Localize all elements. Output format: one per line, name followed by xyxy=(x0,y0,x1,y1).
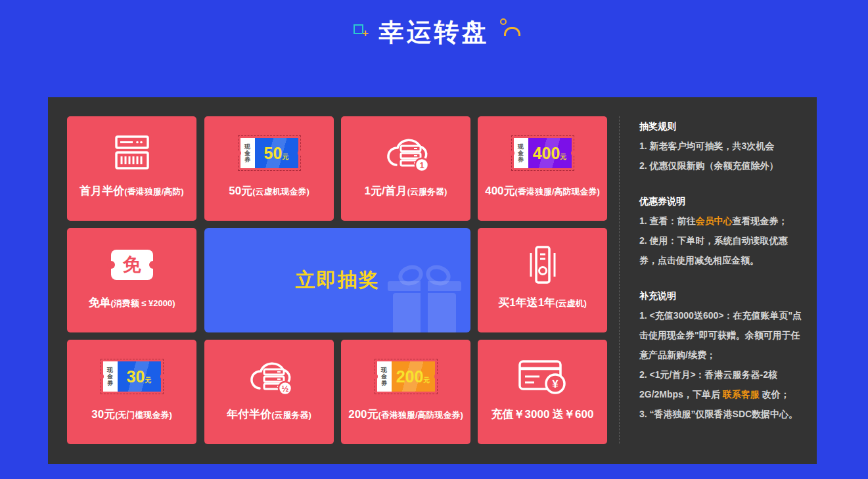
card-subtitle: (消费额 ≤ ¥2000) xyxy=(110,298,175,308)
draw-button[interactable]: 立即抽奖 xyxy=(204,228,470,332)
coupon-value: 50元 xyxy=(255,138,298,168)
coupon-icon: 现金券 400元 xyxy=(511,135,574,171)
card-subtitle: (香港独服/高防) xyxy=(124,187,183,196)
coupon-unit: 元 xyxy=(282,152,288,162)
coupon-icon: 现金券 50元 xyxy=(238,135,301,171)
prize-card-coupon-400: 现金券 400元 400元(香港独服/高防现金券) xyxy=(478,116,607,221)
coupon-value: 30元 xyxy=(118,361,161,392)
coupon-icon: 现金券 200元 xyxy=(375,359,438,394)
card-title: 买1年送1年 xyxy=(498,296,555,309)
card-label: 30元(无门槛现金券) xyxy=(67,407,196,422)
lottery-panel: 首月半价(香港独服/高防) 现金券 50元 50元(云虚机现金券) xyxy=(48,97,817,464)
coupon-notch xyxy=(236,150,241,156)
rules-heading: 抽奖规则 xyxy=(639,116,802,136)
card-title: 首月半价 xyxy=(80,185,124,197)
card-label: 400元(香港独服/高防现金券) xyxy=(478,183,607,198)
coupon-unit: 元 xyxy=(423,376,430,385)
prize-card-recharge-3000-get-600: ¥ 充值￥3000 送￥600 xyxy=(478,340,607,444)
card-title: 50元 xyxy=(229,185,252,197)
card-title: 30元 xyxy=(91,408,115,421)
card-subtitle: (香港独服/高防现金券) xyxy=(378,410,463,420)
coupon-notch xyxy=(298,150,303,156)
rules-section-supplement: 补充说明 1. <充值3000送600>：在充值账单页"点击使用现金券"即可获赠… xyxy=(639,286,802,424)
server-boxes-icon xyxy=(67,122,196,185)
rules-heading: 优惠券说明 xyxy=(639,191,802,211)
coupon-unit: 元 xyxy=(145,376,151,385)
prize-card-coupon-200: 现金券 200元 200元(香港独服/高防现金券) xyxy=(341,340,470,444)
card-label: 50元(云虚机现金券) xyxy=(204,183,334,198)
coupon-value: 200元 xyxy=(392,361,435,392)
coupon-stub-label: 现金券 xyxy=(244,143,251,163)
gift-watermark-icon xyxy=(380,263,468,332)
dashed-divider xyxy=(619,116,620,444)
card-label: 首月半价(香港独服/高防) xyxy=(67,183,196,198)
cloud-badge: ½ xyxy=(281,384,288,394)
rule-line: 2. <1元/首月>：香港云服务器-2核2G/2Mbps，下单后 联系客服 改价… xyxy=(639,365,802,404)
rules-sidebar: 抽奖规则 1. 新老客户均可抽奖，共3次机会 2. 优惠仅限新购（余额充值除外）… xyxy=(639,116,802,440)
tower-server-icon xyxy=(478,233,607,296)
rule-text: 查看现金券； xyxy=(733,216,788,226)
rules-section-draw: 抽奖规则 1. 新老客户均可抽奖，共3次机会 2. 优惠仅限新购（余额充值除外） xyxy=(639,116,802,175)
prize-card-free-order: 免 免单(消费额 ≤ ¥2000) xyxy=(67,228,196,332)
prize-card-coupon-50: 现金券 50元 50元(云虚机现金券) xyxy=(204,116,334,221)
coupon-stub: 现金券 xyxy=(240,138,255,168)
prize-card-first-month-half: 首月半价(香港独服/高防) xyxy=(67,116,196,221)
card-label: 200元(香港独服/高防现金券) xyxy=(341,407,470,422)
coupon-icon: 现金券 30元 xyxy=(101,359,164,394)
rule-text: 1. 查看：前往 xyxy=(639,216,696,226)
card-subtitle: (云服务器) xyxy=(271,410,311,420)
card-subtitle: (云虚机) xyxy=(555,298,587,308)
card-subtitle: (无门槛现金券) xyxy=(115,410,172,420)
card-title: 充值￥3000 送￥600 xyxy=(491,408,594,421)
coupon-stub: 现金券 xyxy=(514,138,528,168)
cloud-server-icon: ½ xyxy=(204,345,334,408)
rules-heading: 补充说明 xyxy=(639,286,802,306)
rule-line: 3. “香港独服”仅限香港SDC数据中心。 xyxy=(639,404,802,424)
coupon-notch xyxy=(99,374,104,379)
circle-deco-icon xyxy=(500,18,507,25)
card-label: 充值￥3000 送￥600 xyxy=(478,407,607,422)
card-label: 买1年送1年(云虚机) xyxy=(478,295,607,310)
cloud-badge: 1 xyxy=(419,160,424,170)
prize-card-annual-half-price: ½ 年付半价(云服务器) xyxy=(204,340,334,444)
card-title: 1元/首月 xyxy=(365,185,407,197)
rule-line: 1. 查看：前往会员中心查看现金券； xyxy=(639,211,802,231)
cloud-server-icon: 1 xyxy=(341,122,470,185)
coupon-amount: 50 xyxy=(264,144,283,163)
draw-button-label: 立即抽奖 xyxy=(296,267,380,294)
coupon-amount: 200 xyxy=(396,367,424,386)
coupon-stub: 现金券 xyxy=(377,361,392,392)
card-subtitle: (香港独服/高防现金券) xyxy=(515,187,600,196)
card-title: 年付半价 xyxy=(227,408,271,421)
arc-deco-icon xyxy=(504,27,520,36)
coupon-stub-label: 现金券 xyxy=(517,143,524,163)
plus-deco-icon: + xyxy=(362,28,369,39)
coupon-amount: 400 xyxy=(533,144,560,163)
member-center-link[interactable]: 会员中心 xyxy=(696,216,733,226)
card-title: 400元 xyxy=(485,185,514,197)
card-label: 免单(消费额 ≤ ¥2000) xyxy=(67,295,196,310)
prize-card-coupon-30: 现金券 30元 30元(无门槛现金券) xyxy=(67,340,196,444)
card-subtitle: (云服务器) xyxy=(407,187,447,196)
coupon-stub-label: 现金券 xyxy=(106,367,114,386)
rule-line: 2. 使用：下单时，系统自动读取优惠券，点击使用减免相应金额。 xyxy=(639,231,802,270)
coupon-amount: 30 xyxy=(127,367,145,386)
card-label: 1元/首月(云服务器) xyxy=(341,183,470,198)
prize-card-buy-1-year-get-1-year: 买1年送1年(云虚机) xyxy=(478,228,607,332)
coupon-value: 400元 xyxy=(528,138,572,168)
free-ticket-icon: 免 xyxy=(111,250,153,280)
yen-badge: ¥ xyxy=(552,378,559,390)
page-title: 幸运转盘 xyxy=(0,16,868,49)
coupon-notch xyxy=(160,374,166,379)
card-title: 免单 xyxy=(88,296,110,309)
credit-card-icon: ¥ xyxy=(478,345,607,408)
coupon-notch xyxy=(373,374,378,379)
coupon-stub-label: 现金券 xyxy=(380,367,388,386)
coupon-notch xyxy=(509,150,514,156)
coupon-notch xyxy=(434,374,440,379)
card-title: 200元 xyxy=(348,408,378,421)
prize-card-one-yuan-first-month: 1 1元/首月(云服务器) xyxy=(341,116,470,221)
coupon-notch xyxy=(571,150,576,156)
contact-support-link[interactable]: 联系客服 xyxy=(723,389,760,399)
rules-section-coupon: 优惠券说明 1. 查看：前往会员中心查看现金券； 2. 使用：下单时，系统自动读… xyxy=(639,191,802,270)
